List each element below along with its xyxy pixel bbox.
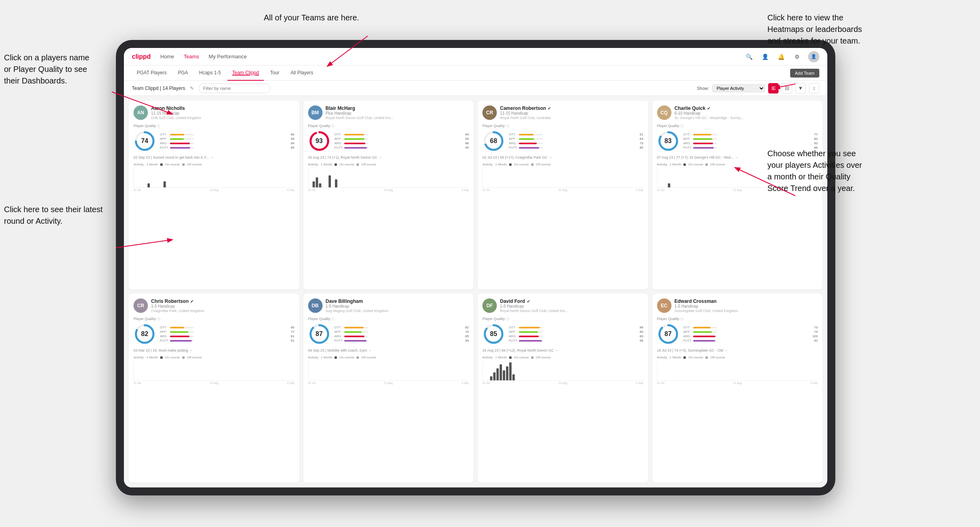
recent-round[interactable]: 02 Jul 23 | 59 (+17), Craigmillar Park G… xyxy=(482,155,643,159)
team-title: Team Clippd | 14 Players xyxy=(132,86,185,91)
chart-bar xyxy=(335,179,337,187)
chart-label-2: 21 Aug xyxy=(210,382,219,384)
grid-view-2-button[interactable]: ⊞ xyxy=(768,83,779,93)
activity-label: Activity · 1 Month xyxy=(133,163,158,166)
user-icon[interactable]: 👤 xyxy=(760,52,770,62)
recent-round[interactable]: 02 Sep 23 | Sunset round to get back int… xyxy=(133,155,295,159)
stat-bar xyxy=(693,138,712,140)
chart-area xyxy=(133,361,295,381)
player-card[interactable]: DB Dave Billingham 1-5 Handicap Sog Magi… xyxy=(303,294,474,483)
player-club: Royal Perth Golf Club, Australia xyxy=(500,116,643,120)
player-handicap: 1-5 Handicap xyxy=(326,304,469,308)
player-card[interactable]: BM Blair McHarg Plus Handicap Royal Nort… xyxy=(303,101,474,290)
search-input[interactable] xyxy=(199,84,271,93)
quality-circle[interactable]: 87 xyxy=(308,323,331,345)
stat-value: 85 xyxy=(291,146,295,149)
tab-hcaps[interactable]: Hcaps 1-5 xyxy=(194,66,226,81)
quality-circle[interactable]: 85 xyxy=(482,323,505,345)
player-name[interactable]: Chris Robertson ✔ xyxy=(151,298,295,304)
quality-section: 85 OTT 89 APP 80 ARG 83 PUTT xyxy=(482,323,643,345)
player-info: David Ford ✔ 1-5 Handicap Royal North De… xyxy=(500,298,643,313)
nav-link-teams[interactable]: Teams xyxy=(184,54,199,60)
recent-round[interactable]: 04 Sep 23 | Mobility with coach, Gym → xyxy=(308,348,469,352)
nav-link-home[interactable]: Home xyxy=(160,54,174,60)
recent-round[interactable]: 18 Jul 23 | 74 (+3), Sunningdale GC - Ol… xyxy=(657,348,818,352)
quality-circle[interactable]: 82 xyxy=(133,323,156,345)
stat-bar-wrap xyxy=(344,134,368,135)
edit-icon[interactable]: ✎ xyxy=(190,86,194,91)
stat-value: 88 xyxy=(465,141,469,145)
quality-circle[interactable]: 87 xyxy=(657,323,679,345)
recent-round[interactable]: 26 Aug 23 | 73 (+1), Royal North Devon G… xyxy=(308,155,469,159)
quality-circle[interactable]: 93 xyxy=(308,130,331,152)
recent-round[interactable]: 26 Aug 23 | 84 (+12), Royal North Devon … xyxy=(482,348,643,352)
player-name[interactable]: Blair McHarg xyxy=(326,105,469,111)
chart-bar xyxy=(163,181,166,187)
tab-team-clippd[interactable]: Team Clippd xyxy=(227,66,264,81)
stat-value: 79 xyxy=(813,330,818,334)
search-icon[interactable]: 🔍 xyxy=(744,52,754,62)
nav-link-performance[interactable]: My Performance xyxy=(209,54,247,60)
stat-bar-wrap xyxy=(170,134,194,135)
stat-value: 92 xyxy=(813,339,818,342)
player-info: Edward Crossman 1-5 Handicap Sunningdale… xyxy=(675,298,818,313)
stat-bar xyxy=(344,340,367,342)
stat-bar xyxy=(519,340,542,342)
player-avatar: DB xyxy=(308,298,323,313)
quality-circle[interactable]: 68 xyxy=(482,130,505,152)
player-card[interactable]: EC Edward Crossman 1-5 Handicap Sunningd… xyxy=(652,294,823,483)
stat-bar xyxy=(170,340,192,342)
player-club: Sunningdale Golf Club, United Kingdom xyxy=(675,309,818,313)
quality-section: 68 OTT 61 APP 63 ARG 75 PUTT xyxy=(482,130,643,152)
tab-pgat[interactable]: PGAT Players xyxy=(132,66,171,81)
oncourse-label: On course xyxy=(339,163,354,166)
filter-button[interactable]: ▼ xyxy=(795,83,806,93)
tab-tour[interactable]: Tour xyxy=(265,66,284,81)
show-select[interactable]: Player Activity Quality Score Trend xyxy=(712,84,765,92)
stat-label: OTT xyxy=(335,133,343,136)
player-avatar: EC xyxy=(657,298,671,313)
player-club: Royal North Devon Golf Club, United Kin.… xyxy=(500,309,643,313)
chart-label-1: 31 Jul xyxy=(482,189,490,191)
stats-grid: OTT 82 APP 74 ARG 85 PUTT 94 xyxy=(335,326,469,342)
player-name[interactable]: David Ford ✔ xyxy=(500,298,643,304)
activity-label: Activity · 1 Month xyxy=(133,356,158,359)
annotation-latest-round: Click here to see their latestround or A… xyxy=(4,204,103,227)
bell-icon[interactable]: 🔔 xyxy=(776,52,786,62)
quality-section: 93 OTT 84 APP 85 ARG 88 PUTT xyxy=(308,130,469,152)
player-name[interactable]: Dave Billingham xyxy=(326,298,469,304)
player-card[interactable]: CR Chris Robertson ✔ 1-5 Handicap Craigm… xyxy=(129,294,299,483)
player-name[interactable]: Charlie Quick ✔ xyxy=(675,105,818,111)
chart-labels: 31 Jul 21 Aug 4 Sep xyxy=(657,382,818,384)
grid-view-3-button[interactable]: ⊟ xyxy=(782,83,792,93)
stats-grid: OTT 77 APP 80 ARG 83 PUTT 86 xyxy=(683,133,818,149)
player-card[interactable]: CR Cameron Robertson ✔ 11-15 Handicap Ro… xyxy=(478,101,648,290)
add-team-button[interactable]: Add Team xyxy=(790,69,819,78)
player-card[interactable]: CQ Charlie Quick ✔ 6-10 Handicap St. Geo… xyxy=(652,101,823,290)
quality-circle[interactable]: 83 xyxy=(657,130,679,152)
player-card[interactable]: DF David Ford ✔ 1-5 Handicap Royal North… xyxy=(478,294,648,483)
chart-label-1: 31 Jul xyxy=(657,382,665,384)
stat-bar xyxy=(693,147,714,149)
verified-icon: ✔ xyxy=(707,106,710,111)
offcourse-label: Off course xyxy=(187,356,202,359)
stat-label: ARG xyxy=(160,141,168,145)
player-name[interactable]: Aaron Nicholls xyxy=(151,105,295,111)
stat-value: 94 xyxy=(465,339,469,342)
stat-bar-wrap xyxy=(693,138,717,140)
recent-round[interactable]: 03 Mar 23 | 19, Must make putting → xyxy=(133,348,295,352)
oncourse-dot xyxy=(160,356,163,359)
player-info: Blair McHarg Plus Handicap Royal North D… xyxy=(326,105,469,120)
activity-section: Activity · 1 Month On course Off course … xyxy=(482,163,643,191)
player-name[interactable]: Edward Crossman xyxy=(675,298,818,304)
player-card[interactable]: AN Aaron Nicholls 11-15 Handicap Drift G… xyxy=(129,101,299,290)
avatar[interactable]: 👤 xyxy=(808,51,819,62)
sort-button[interactable]: ↕ xyxy=(809,83,819,93)
settings-icon[interactable]: ⚙ xyxy=(792,52,802,62)
tab-pga[interactable]: PGA xyxy=(173,66,193,81)
quality-circle[interactable]: 74 xyxy=(133,130,156,152)
tab-all-players[interactable]: All Players xyxy=(286,66,318,81)
quality-label: Player Quality ⓘ xyxy=(657,317,818,321)
player-name[interactable]: Cameron Robertson ✔ xyxy=(500,105,643,111)
chart-labels: 31 Jul 21 Aug 4 Sep xyxy=(308,382,469,384)
